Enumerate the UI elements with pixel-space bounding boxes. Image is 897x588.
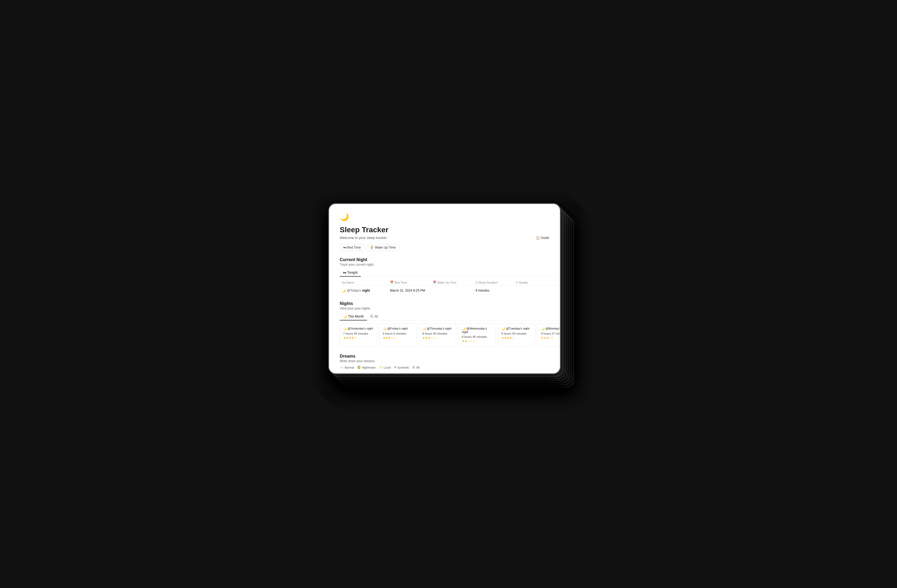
main-device: 🌙 Sleep Tracker Welcome to your sleep tr… bbox=[328, 203, 561, 374]
night-card-duration: 9 hours 27 minutes bbox=[541, 332, 560, 335]
moon-card-icon: 🌙 bbox=[343, 327, 347, 330]
dreams-section: Dreams Write down your dreams. ☁️ Normal… bbox=[340, 354, 560, 369]
night-card[interactable]: 🌙 @Tuesday's night 8 hours 43 minutes ★★… bbox=[498, 323, 535, 346]
night-card-stars: ★★☆☆☆ bbox=[462, 340, 492, 343]
app-content: 🌙 Sleep Tracker Welcome to your sleep tr… bbox=[329, 204, 560, 374]
table-header: Aa Name 📅 Bed Time 📅 Wake Up Time bbox=[340, 280, 560, 285]
nights-cards-container: 🌙 @Yesterday's night 7 hours 45 minutes … bbox=[340, 323, 560, 348]
night-card-duration: 8 hours 45 minutes bbox=[462, 335, 492, 338]
row-duration: 9 minutes bbox=[476, 289, 516, 292]
moon-icon: 🌙 bbox=[340, 213, 549, 221]
app-title: Sleep Tracker bbox=[340, 225, 549, 234]
dream-tab-lucid[interactable]: ✨ Lucid bbox=[379, 366, 390, 369]
nights-title: Nights bbox=[340, 301, 560, 306]
current-night-desc: Track your current night. bbox=[340, 263, 560, 266]
night-card-name: 🌙 @Wednesday's night bbox=[462, 327, 492, 334]
list-icon: ☰ bbox=[370, 315, 373, 318]
night-card-stars: ★★★☆☆ bbox=[541, 336, 560, 340]
app-subtitle-row: Welcome to your sleep tracker. 📋 Guide bbox=[340, 236, 549, 240]
night-card[interactable]: 🌙 @Yesterday's night 7 hours 45 minutes … bbox=[340, 323, 377, 346]
night-card-name: 🌙 @Thursday's night bbox=[422, 327, 453, 330]
night-card[interactable]: 🌙 @Wednesday's night 8 hours 45 minutes … bbox=[458, 323, 496, 346]
wake-up-time-button[interactable]: 🧍 Wake Up Time bbox=[366, 244, 400, 251]
current-night-section: Current Night Track your current night. … bbox=[340, 257, 560, 295]
moon-card-icon: 🌙 bbox=[462, 327, 465, 330]
nights-desc: View your past nights. bbox=[340, 306, 560, 310]
moon-card-icon: 🌙 bbox=[422, 327, 426, 330]
moon-tab-icon: 🌙 bbox=[343, 315, 347, 318]
night-card-stars: ★★★★☆ bbox=[501, 336, 532, 340]
bed-time-button[interactable]: 🛏 Bed Time bbox=[340, 244, 364, 251]
nights-tabs: 🌙 This Month ☰ All bbox=[340, 313, 560, 321]
symbolic-icon: ✛ bbox=[394, 366, 396, 369]
dreams-title: Dreams bbox=[340, 354, 560, 359]
night-card[interactable]: 🌙 @Thursday's night 8 hours 30 minutes ★… bbox=[419, 323, 456, 346]
col-duration: Σ Sleep Duration bbox=[476, 281, 516, 284]
app-subtitle-text: Welcome to your sleep tracker. bbox=[340, 236, 387, 240]
night-card-stars: ★★★☆☆ bbox=[422, 336, 453, 340]
current-night-tabs: 🛏 Tonight bbox=[340, 269, 560, 277]
left-panel: Current Night Track your current night. … bbox=[340, 257, 560, 369]
night-card[interactable]: 🌙 @Friday's night 9 hours 0 minutes ★★★☆… bbox=[379, 323, 417, 346]
cloud-icon: ☁️ bbox=[340, 366, 343, 369]
current-night-title: Current Night bbox=[340, 257, 560, 262]
nights-tab-all[interactable]: ☰ All bbox=[367, 313, 381, 320]
nights-section: Nights View your past nights. 🌙 This Mon… bbox=[340, 301, 560, 348]
moon-row-icon: 🌙 bbox=[342, 289, 346, 292]
night-card-duration: 8 hours 43 minutes bbox=[501, 332, 532, 335]
dream-tab-normal[interactable]: ☁️ Normal bbox=[340, 366, 354, 369]
bed-icon: 🛏 bbox=[343, 271, 346, 274]
night-card-name: 🌙 @Monday's night bbox=[541, 327, 560, 330]
col-quality: ⊙ Quality bbox=[516, 281, 548, 284]
lucid-icon: ✨ bbox=[379, 366, 383, 369]
all-icon: ☰ bbox=[412, 366, 415, 369]
night-card-name: 🌙 @Tuesday's night bbox=[501, 327, 532, 330]
moon-card-icon: 🌙 bbox=[501, 327, 505, 330]
night-card[interactable]: 🌙 @Monday's night 9 hours 27 minutes ★★★… bbox=[537, 323, 560, 346]
dreams-desc: Write down your dreams. bbox=[340, 359, 560, 363]
night-card-stars: ★★★☆☆ bbox=[383, 336, 413, 340]
col-wake-up: 📅 Wake Up Time bbox=[433, 281, 476, 284]
main-layout: Current Night Track your current night. … bbox=[340, 257, 549, 369]
nightmare-icon: 😱 bbox=[357, 366, 361, 369]
dream-tabs: ☁️ Normal 😱 Nightmare ✨ Lucid bbox=[340, 366, 560, 369]
row-name-cell: 🌙 @Today's night bbox=[342, 289, 390, 292]
toolbar: 🛏 Bed Time 🧍 Wake Up Time bbox=[340, 244, 549, 251]
night-card-duration: 7 hours 45 minutes bbox=[343, 332, 373, 335]
moon-card-icon: 🌙 bbox=[541, 327, 545, 330]
night-card-name: 🌙 @Friday's night bbox=[383, 327, 413, 330]
col-bed-time: 📅 Bed Time bbox=[390, 281, 433, 284]
nights-tab-this-month[interactable]: 🌙 This Month bbox=[340, 313, 367, 320]
dream-tab-all[interactable]: ☰ All bbox=[412, 366, 419, 369]
night-card-name: 🌙 @Yesterday's night bbox=[343, 327, 373, 330]
night-card-duration: 9 hours 0 minutes bbox=[383, 332, 413, 335]
text-icon: Aa bbox=[342, 281, 345, 284]
dream-tab-symbolic[interactable]: ✛ Symbolic bbox=[394, 366, 409, 369]
col-name: Aa Name bbox=[342, 281, 390, 284]
night-card-duration: 8 hours 30 minutes bbox=[422, 332, 453, 335]
guide-button[interactable]: 📋 Guide bbox=[536, 236, 549, 240]
dream-tab-nightmare[interactable]: 😱 Nightmare bbox=[357, 366, 375, 369]
night-card-stars: ★★★★☆ bbox=[343, 336, 373, 340]
moon-card-icon: 🌙 bbox=[383, 327, 386, 330]
table-row: 🌙 @Today's night March 31, 2024 8:25 PM … bbox=[340, 286, 560, 295]
row-bed-time: March 31, 2024 8:25 PM bbox=[390, 289, 433, 292]
tonight-tab[interactable]: 🛏 Tonight bbox=[340, 269, 361, 277]
